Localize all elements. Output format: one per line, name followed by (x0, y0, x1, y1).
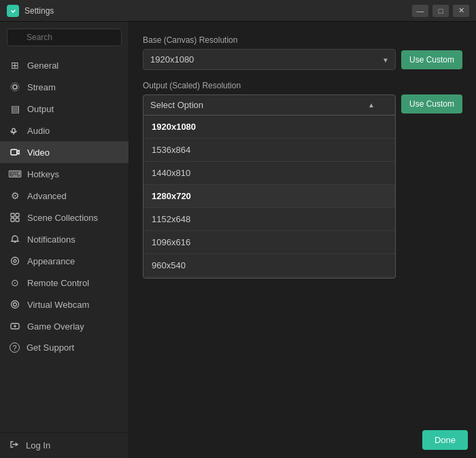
audio-icon (10, 125, 20, 136)
svg-point-1 (13, 85, 17, 89)
sidebar-item-general[interactable]: ⊞ General (0, 54, 129, 76)
maximize-button[interactable]: □ (432, 5, 449, 17)
log-in-item[interactable]: Log In (10, 440, 119, 451)
content-area: Base (Canvas) Resolution 1920x1080 ▼ Use… (129, 22, 476, 458)
output-icon: ▤ (10, 103, 20, 114)
game-overlay-icon (10, 321, 20, 332)
sidebar-item-notifications[interactable]: Notifications (0, 228, 129, 250)
sidebar-item-label-output: Output (27, 104, 54, 114)
sidebar-item-label-video: Video (27, 147, 50, 158)
sidebar-item-game-overlay[interactable]: Game Overlay (0, 315, 129, 337)
sidebar-item-appearance[interactable]: Appearance (0, 250, 129, 272)
sidebar-bottom: Log In (0, 432, 129, 458)
base-resolution-use-custom-button[interactable]: Use Custom (401, 50, 462, 69)
dropdown-option-1152x648[interactable]: 1152x648 (143, 208, 395, 231)
base-resolution-select[interactable]: 1920x1080 (143, 49, 396, 70)
svg-rect-6 (11, 213, 14, 217)
svg-rect-5 (11, 149, 17, 155)
option-label-1096x616: 1096x616 (152, 237, 190, 247)
virtual-webcam-icon (10, 299, 20, 310)
sidebar-item-hotkeys[interactable]: ⌨ Hotkeys (0, 163, 129, 185)
sidebar-item-output[interactable]: ▤ Output (0, 98, 129, 120)
nav-items: ⊞ General Stream ▤ Output (0, 52, 129, 432)
output-resolution-dropdown-list: 1920x1080 1536x864 1440x810 1280x720 115 (143, 116, 396, 279)
titlebar: Settings — □ ✕ (0, 0, 476, 22)
hotkeys-icon: ⌨ (10, 169, 20, 179)
sidebar-item-label-general: General (27, 60, 58, 71)
output-resolution-label: Output (Scaled) Resolution (143, 81, 462, 90)
search-input[interactable] (7, 29, 122, 46)
base-resolution-label: Base (Canvas) Resolution (143, 35, 462, 45)
sidebar-item-label-hotkeys: Hotkeys (27, 169, 59, 179)
done-button[interactable]: Done (422, 430, 468, 450)
titlebar-title: Settings (24, 6, 54, 16)
dropdown-option-960x540[interactable]: 960x540 (143, 254, 395, 277)
option-label-1152x648: 1152x648 (152, 214, 190, 224)
svg-rect-3 (12, 128, 15, 133)
titlebar-left: Settings (7, 5, 54, 17)
sidebar-item-get-support[interactable]: ? Get Support (0, 337, 129, 358)
dropdown-option-852x480[interactable]: 852x480 (143, 277, 395, 279)
dropdown-option-1440x810[interactable]: 1440x810 (143, 162, 395, 185)
remote-control-icon: ⊙ (10, 277, 20, 288)
sidebar-item-label-advanced: Advanced (27, 191, 67, 201)
general-icon: ⊞ (10, 60, 20, 71)
stream-icon (10, 82, 20, 92)
base-resolution-row: 1920x1080 ▼ Use Custom (143, 49, 462, 70)
base-resolution-select-wrapper: 1920x1080 ▼ (143, 49, 396, 70)
svg-point-0 (10, 7, 16, 14)
output-resolution-dropdown-container: Select Option ▲ 1920x1080 1536x864 1440x… (143, 94, 396, 116)
svg-point-2 (11, 83, 19, 91)
dropdown-chevron-up-icon: ▲ (368, 101, 375, 109)
sidebar: 🔍 ⊞ General Stream ▤ Output (0, 22, 129, 458)
sidebar-item-label-audio: Audio (27, 126, 50, 136)
scene-collections-icon (10, 212, 20, 223)
output-resolution-dropdown-trigger[interactable]: Select Option ▲ (143, 94, 396, 116)
search-wrapper: 🔍 (7, 29, 122, 46)
svg-rect-8 (11, 218, 14, 222)
output-resolution-use-custom-button[interactable]: Use Custom (401, 94, 462, 113)
option-label-960x540: 960x540 (152, 260, 186, 270)
svg-point-11 (14, 260, 16, 262)
option-label-1536x864: 1536x864 (152, 145, 190, 155)
search-container: 🔍 (0, 22, 129, 52)
sidebar-item-advanced[interactable]: ⚙ Advanced (0, 185, 129, 207)
output-resolution-section: Output (Scaled) Resolution Select Option… (143, 81, 462, 116)
svg-point-13 (14, 303, 17, 306)
log-in-icon (10, 440, 19, 451)
sidebar-item-label-appearance: Appearance (27, 256, 75, 266)
video-icon (10, 147, 20, 158)
sidebar-item-label-game-overlay: Game Overlay (27, 321, 84, 332)
option-label-1280x720: 1280x720 (152, 191, 191, 201)
close-button[interactable]: ✕ (453, 5, 469, 17)
svg-point-12 (12, 301, 19, 309)
sidebar-item-remote-control[interactable]: ⊙ Remote Control (0, 272, 129, 294)
sidebar-item-label-get-support: Get Support (27, 342, 74, 353)
dropdown-option-1096x616[interactable]: 1096x616 (143, 231, 395, 254)
sidebar-item-label-stream: Stream (27, 82, 56, 92)
sidebar-item-audio[interactable]: Audio (0, 120, 129, 141)
sidebar-item-video[interactable]: Video (0, 141, 129, 163)
svg-rect-9 (16, 218, 19, 222)
notifications-icon (10, 234, 20, 245)
sidebar-item-stream[interactable]: Stream (0, 76, 129, 98)
advanced-icon: ⚙ (10, 190, 20, 201)
sidebar-item-virtual-webcam[interactable]: Virtual Webcam (0, 294, 129, 315)
svg-rect-7 (16, 213, 19, 217)
sidebar-item-label-remote-control: Remote Control (27, 278, 89, 288)
appearance-icon (10, 256, 20, 266)
dropdown-option-1920x1080[interactable]: 1920x1080 (143, 116, 395, 139)
main-layout: 🔍 ⊞ General Stream ▤ Output (0, 22, 476, 458)
app-icon (7, 5, 19, 17)
get-support-icon: ? (10, 342, 20, 353)
titlebar-controls: — □ ✕ (412, 5, 469, 17)
option-label-1440x810: 1440x810 (152, 168, 190, 178)
sidebar-item-label-scene-collections: Scene Collections (27, 213, 98, 223)
log-in-label: Log In (26, 440, 50, 451)
output-resolution-row: Select Option ▲ 1920x1080 1536x864 1440x… (143, 94, 462, 116)
dropdown-option-1280x720[interactable]: 1280x720 (143, 185, 395, 208)
minimize-button[interactable]: — (412, 5, 428, 17)
sidebar-item-scene-collections[interactable]: Scene Collections (0, 207, 129, 228)
svg-point-10 (12, 258, 19, 265)
dropdown-option-1536x864[interactable]: 1536x864 (143, 139, 395, 162)
